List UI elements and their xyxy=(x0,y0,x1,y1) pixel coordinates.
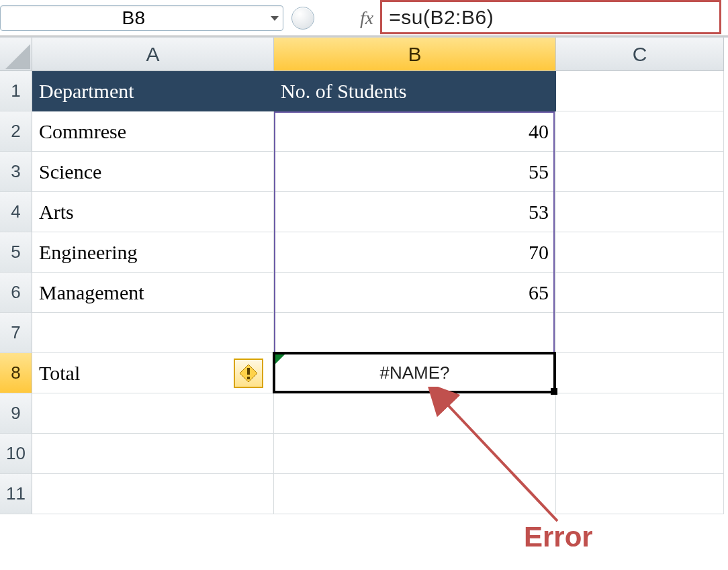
select-all-corner[interactable] xyxy=(0,38,32,71)
row-header-6[interactable]: 6 xyxy=(0,273,32,313)
cell-C3[interactable] xyxy=(556,152,724,192)
cells-area: Department No. of Students Commrese 40 S… xyxy=(32,71,724,514)
cell-A7[interactable] xyxy=(32,313,274,353)
cell-C5[interactable] xyxy=(556,232,724,273)
name-box-value: B8 xyxy=(1,7,267,29)
svg-marker-0 xyxy=(271,16,279,21)
row-header-3[interactable]: 3 xyxy=(0,152,32,192)
cell-B11[interactable] xyxy=(274,474,556,514)
cell-C1[interactable] xyxy=(556,71,724,111)
cell-C2[interactable] xyxy=(556,111,724,152)
cell-B10[interactable] xyxy=(274,434,556,474)
col-header-B[interactable]: B xyxy=(274,38,556,71)
cell-B8[interactable]: #NAME? xyxy=(274,353,556,393)
name-box[interactable]: B8 xyxy=(0,5,283,31)
col-header-A[interactable]: A xyxy=(32,38,274,71)
col-header-C[interactable]: C xyxy=(556,38,724,71)
cell-A5[interactable]: Engineering xyxy=(32,232,274,273)
cell-B7[interactable] xyxy=(274,313,556,353)
cell-A11[interactable] xyxy=(32,474,274,514)
formula-input[interactable]: =su(B2:B6) xyxy=(389,6,713,29)
svg-rect-3 xyxy=(247,368,250,375)
cancel-button[interactable] xyxy=(291,7,314,30)
svg-marker-1 xyxy=(5,44,30,69)
cell-A4[interactable]: Arts xyxy=(32,192,274,232)
row-header-5[interactable]: 5 xyxy=(0,232,32,273)
cell-C7[interactable] xyxy=(556,313,724,353)
row-header-1[interactable]: 1 xyxy=(0,71,32,111)
spreadsheet-grid: A B C 1 2 3 4 5 6 7 8 9 10 11 Department… xyxy=(0,38,728,548)
cell-C4[interactable] xyxy=(556,192,724,232)
cell-A10[interactable] xyxy=(32,434,274,474)
annotation-error-label: Error xyxy=(524,521,593,553)
fx-icon[interactable]: fx xyxy=(320,0,377,36)
formula-input-highlight: =su(B2:B6) xyxy=(380,0,721,34)
cell-A3[interactable]: Science xyxy=(32,152,274,192)
name-box-dropdown-icon[interactable] xyxy=(267,13,283,23)
row-header-4[interactable]: 4 xyxy=(0,192,32,232)
row-header-7[interactable]: 7 xyxy=(0,313,32,353)
cell-B9[interactable] xyxy=(274,393,556,434)
cell-B6[interactable]: 65 xyxy=(274,273,556,313)
cell-B4[interactable]: 53 xyxy=(274,192,556,232)
row-header-9[interactable]: 9 xyxy=(0,393,32,434)
cell-C6[interactable] xyxy=(556,273,724,313)
cell-C8[interactable] xyxy=(556,353,724,393)
cell-A2[interactable]: Commrese xyxy=(32,111,274,152)
formula-bar: B8 fx =su(B2:B6) xyxy=(0,0,728,36)
cell-C10[interactable] xyxy=(556,434,724,474)
row-headers: 1 2 3 4 5 6 7 8 9 10 11 xyxy=(0,71,32,514)
cell-A9[interactable] xyxy=(32,393,274,434)
cell-C11[interactable] xyxy=(556,474,724,514)
cell-C9[interactable] xyxy=(556,393,724,434)
svg-rect-4 xyxy=(247,377,250,379)
row-header-11[interactable]: 11 xyxy=(0,474,32,514)
cell-B1[interactable]: No. of Students xyxy=(274,71,556,111)
error-smart-tag[interactable] xyxy=(234,359,263,388)
cell-A1[interactable]: Department xyxy=(32,71,274,111)
row-header-10[interactable]: 10 xyxy=(0,434,32,474)
cell-B3[interactable]: 55 xyxy=(274,152,556,192)
cell-B5[interactable]: 70 xyxy=(274,232,556,273)
cell-B2[interactable]: 40 xyxy=(274,111,556,152)
row-header-8[interactable]: 8 xyxy=(0,353,32,393)
cell-A6[interactable]: Management xyxy=(32,273,274,313)
column-headers: A B C xyxy=(32,38,724,71)
row-header-2[interactable]: 2 xyxy=(0,111,32,152)
